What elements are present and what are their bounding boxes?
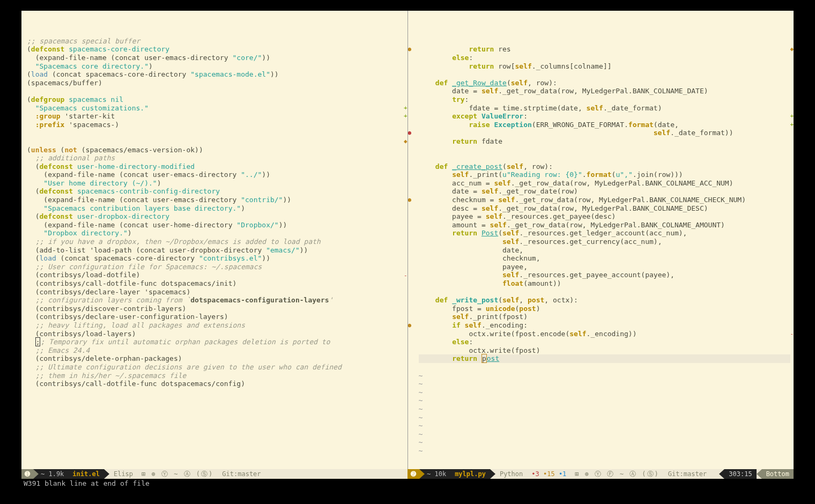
code-line[interactable] bbox=[419, 146, 791, 154]
code-line[interactable]: fpost = unicode(post) bbox=[419, 305, 791, 313]
code-line[interactable]: (contribsys/call-dotfile-func dotspacema… bbox=[27, 380, 404, 388]
code-line[interactable]: (contribsys/load-dotfile) bbox=[27, 271, 404, 279]
code-line[interactable]: self._resources.get_currency(acc_num), bbox=[419, 238, 791, 246]
code-line[interactable]: try: bbox=[419, 95, 791, 104]
empty-line-tilde: ~ bbox=[419, 421, 791, 430]
code-line[interactable]: self._resources.get_payee_account(payee)… bbox=[419, 271, 791, 279]
code-line[interactable]: "Dropbox directory.") bbox=[27, 229, 404, 238]
code-line[interactable]: payee, bbox=[419, 263, 791, 271]
code-line[interactable] bbox=[27, 129, 404, 137]
code-line[interactable]: ;; them in his/her ~/.spacemacs file bbox=[27, 372, 404, 380]
code-line[interactable]: raise Exception(ERR_WRONG_DATE_FORMAT.fo… bbox=[419, 121, 791, 129]
code-line[interactable]: ;; configuration layers coming from `dot… bbox=[27, 296, 404, 305]
code-line[interactable]: float(amount)) bbox=[419, 279, 791, 288]
code-line[interactable]: ;; if you have a dropbox, then ~/Dropbox… bbox=[27, 238, 404, 246]
code-line[interactable]: (contribsys/discover-contrib-layers) bbox=[27, 305, 404, 313]
code-line[interactable]: (contribsys/declare-layer 'spacemacs) bbox=[27, 288, 404, 297]
code-line[interactable]: date = self._get_row_date(row) bbox=[419, 187, 791, 196]
code-line[interactable]: (expand-file-name (concat user-home-dire… bbox=[27, 221, 404, 229]
code-line[interactable]: "User home directory (~/).") bbox=[27, 179, 404, 188]
right-code-pane[interactable]: ●●●● ◆++- return res else: return row[se… bbox=[408, 11, 794, 469]
buffer-name-left[interactable]: init.el bbox=[68, 469, 104, 479]
code-line[interactable]: (defconst spacemacs-core-directory bbox=[27, 45, 404, 54]
code-line[interactable]: def _write_post(self, post, octx): bbox=[419, 296, 791, 305]
code-line[interactable]: desc = self._get_row_data(row, MyLedgerP… bbox=[419, 204, 791, 213]
code-line[interactable]: (add-to-list 'load-path (concat user-dro… bbox=[27, 246, 404, 255]
right-code-content[interactable]: return res else: return row[self._column… bbox=[419, 45, 791, 455]
code-line[interactable]: return row[self._columns[colname]] bbox=[419, 62, 791, 71]
code-line[interactable]: "Spacemacs customizations." bbox=[27, 104, 404, 113]
code-line[interactable]: (contribsys/declare-user-configuration-l… bbox=[27, 313, 404, 321]
code-line[interactable] bbox=[27, 87, 404, 95]
code-line[interactable]: else: bbox=[419, 54, 791, 62]
left-code-content[interactable]: ;; spacemacs special buffer(defconst spa… bbox=[27, 37, 404, 388]
code-line[interactable]: date, bbox=[419, 246, 791, 255]
code-line[interactable] bbox=[419, 288, 791, 297]
code-line[interactable]: (defconst user-home-directory-modified bbox=[27, 162, 404, 171]
code-line[interactable]: self._print(fpost) bbox=[419, 313, 791, 321]
code-line[interactable]: return post bbox=[419, 354, 791, 363]
code-line[interactable]: (expand-file-name (concat user-emacs-dir… bbox=[27, 54, 404, 62]
code-line[interactable]: octx.write(fpost.encode(self._encoding)) bbox=[419, 330, 791, 338]
code-line[interactable]: checknum = self._get_row_data(row, MyLed… bbox=[419, 196, 791, 204]
code-line[interactable]: octx.write(fpost) bbox=[419, 346, 791, 355]
code-line[interactable]: self._date_format)) bbox=[419, 129, 791, 137]
code-line[interactable] bbox=[419, 70, 791, 79]
code-line[interactable]: else: bbox=[419, 338, 791, 346]
code-line[interactable] bbox=[419, 154, 791, 162]
code-line[interactable]: amount = self._get_row_data(row, MyLedge… bbox=[419, 221, 791, 229]
empty-line-tilde: ~ bbox=[419, 388, 791, 397]
code-line[interactable]: ;; Temporary fix until automatic orphan … bbox=[27, 338, 404, 346]
code-line[interactable] bbox=[27, 137, 404, 146]
code-line[interactable]: fdate = time.strptime(date, self._date_f… bbox=[419, 104, 791, 113]
code-line[interactable]: (contribsys/call-dotfile-func dotspacema… bbox=[27, 279, 404, 288]
code-line[interactable]: ;; User configuration file for Spacemacs… bbox=[27, 263, 404, 271]
code-line[interactable]: ;; Ultimate configuration decisions are … bbox=[27, 363, 404, 372]
code-line[interactable]: :group 'starter-kit bbox=[27, 112, 404, 121]
modeline-right[interactable]: ➋ ~ 10k mylpl.py Python •3 •15 •1 ⊞ ⊛ Ⓨ … bbox=[408, 469, 794, 479]
code-line[interactable]: checknum, bbox=[419, 254, 791, 263]
git-branch-right[interactable]: Git:master bbox=[664, 469, 711, 479]
code-line[interactable]: "Spacemacs contribution layers base dire… bbox=[27, 204, 404, 213]
code-line[interactable]: (defgroup spacemacs nil bbox=[27, 95, 404, 104]
code-line[interactable]: (load (concat spacemacs-core-directory "… bbox=[27, 70, 404, 79]
code-line[interactable]: return res bbox=[419, 45, 791, 54]
minor-mode-icons-left[interactable]: ⊞ ⊛ Ⓨ ~ Ⓐ (Ⓢ) bbox=[137, 469, 218, 479]
code-line[interactable]: :prefix 'spacemacs-) bbox=[27, 121, 404, 129]
code-line[interactable]: def _create_post(self, row): bbox=[419, 162, 791, 171]
code-line[interactable]: (defconst user-dropbox-directory bbox=[27, 212, 404, 221]
flycheck-counts[interactable]: •3 •15 •1 bbox=[527, 469, 570, 479]
code-line[interactable]: (contribsys/load-layers) bbox=[27, 330, 404, 338]
code-line[interactable]: self._print(u"Reading row: {0}".format(u… bbox=[419, 171, 791, 179]
code-line[interactable]: (contribsys/delete-orphan-packages) bbox=[27, 354, 404, 363]
code-line[interactable]: if self._encoding: bbox=[419, 321, 791, 330]
major-mode-left[interactable]: Elisp bbox=[109, 469, 137, 479]
git-branch-left[interactable]: Git:master bbox=[218, 469, 265, 479]
code-line[interactable]: ;; Emacs 24.4 bbox=[27, 346, 404, 355]
code-line[interactable]: ;; spacemacs special buffer bbox=[27, 37, 404, 46]
code-line[interactable]: except ValueError: bbox=[419, 112, 791, 121]
code-line[interactable]: (load (concat spacemacs-core-directory "… bbox=[27, 254, 404, 263]
code-line[interactable] bbox=[419, 363, 791, 372]
minibuffer[interactable]: W391 blank line at end of file bbox=[21, 479, 794, 488]
code-line[interactable]: (expand-file-name (concat user-emacs-dir… bbox=[27, 171, 404, 179]
major-mode-right[interactable]: Python bbox=[495, 469, 527, 479]
code-line[interactable]: return fdate bbox=[419, 137, 791, 146]
code-line[interactable]: ;; heavy lifting, load all packages and … bbox=[27, 321, 404, 330]
minor-mode-icons-right[interactable]: ⊞ ⊛ Ⓨ Ⓕ ~ Ⓐ (Ⓢ) bbox=[570, 469, 663, 479]
left-code-pane[interactable]: ++◆- ;; spacemacs special buffer(defcons… bbox=[21, 11, 408, 469]
modeline-left[interactable]: ➊ ~ 1.9k init.el Elisp ⊞ ⊛ Ⓨ ~ Ⓐ (Ⓢ) Git… bbox=[21, 469, 408, 479]
code-line[interactable]: "Spacemacs core directory.") bbox=[27, 62, 404, 71]
code-line[interactable]: return Post(self._resources.get_ledger_a… bbox=[419, 229, 791, 238]
fringe-marker: + bbox=[790, 112, 794, 121]
code-line[interactable]: (defconst spacemacs-contrib-config-direc… bbox=[27, 187, 404, 196]
code-line[interactable]: date = self._get_row_data(row, MyLedgerP… bbox=[419, 87, 791, 95]
code-line[interactable]: payee = self._resources.get_payee(desc) bbox=[419, 212, 791, 221]
code-line[interactable]: def _get_Row_date(self, row): bbox=[419, 79, 791, 87]
code-line[interactable]: acc_num = self._get_row_data(row, MyLedg… bbox=[419, 179, 791, 188]
code-line[interactable]: (spacemacs/buffer) bbox=[27, 79, 404, 87]
code-line[interactable]: (unless (not (spacemacs/emacs-version-ok… bbox=[27, 146, 404, 154]
code-line[interactable]: ;; additional paths bbox=[27, 154, 404, 162]
buffer-name-right[interactable]: mylpl.py bbox=[450, 469, 490, 479]
code-line[interactable]: (expand-file-name (concat user-emacs-dir… bbox=[27, 196, 404, 204]
